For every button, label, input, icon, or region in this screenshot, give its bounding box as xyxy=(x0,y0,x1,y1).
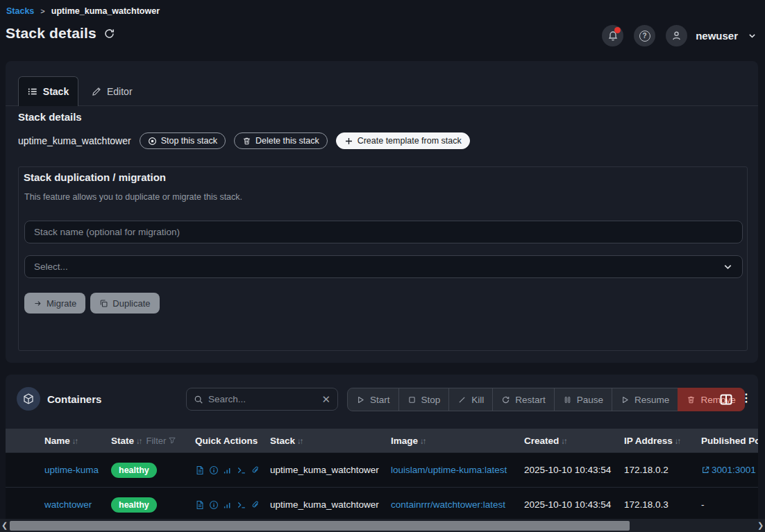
quick-actions xyxy=(195,500,270,510)
header-right: ? newuser xyxy=(591,25,757,46)
ports-cell: 3001:3001 xyxy=(701,465,758,475)
resume-label: Resume xyxy=(634,395,669,405)
stop-stack-button[interactable]: Stop this stack xyxy=(140,132,226,149)
delete-stack-label: Delete this stack xyxy=(255,136,319,146)
scroll-left-icon[interactable]: ❮ xyxy=(0,521,9,530)
username[interactable]: newuser xyxy=(696,30,738,42)
trash-icon xyxy=(687,395,696,404)
scroll-right-icon[interactable]: ❯ xyxy=(756,521,765,530)
delete-stack-button[interactable]: Delete this stack xyxy=(234,132,328,149)
col-created[interactable]: Created↓↑ xyxy=(524,436,624,446)
slash-icon xyxy=(457,395,466,404)
horizontal-scrollbar: ❮ ❯ xyxy=(0,519,765,532)
create-template-button[interactable]: Create template from stack xyxy=(336,132,470,149)
notifications-button[interactable] xyxy=(602,25,623,46)
scrollbar-thumb[interactable] xyxy=(10,521,630,531)
stats-icon[interactable] xyxy=(223,500,233,510)
refresh-icon[interactable] xyxy=(103,28,115,40)
chevron-down-icon[interactable] xyxy=(748,31,757,40)
stats-icon[interactable] xyxy=(223,465,233,475)
duplicate-button[interactable]: Duplicate xyxy=(90,293,159,314)
image-link[interactable]: containrrr/watchtower:latest xyxy=(391,499,505,510)
play-icon xyxy=(621,395,630,404)
kill-label: Kill xyxy=(471,395,484,405)
table-row: watchtower healthy uptime_kuma_watchtowe… xyxy=(6,487,758,522)
col-ip-address[interactable]: IP Address↓↑ xyxy=(624,436,701,446)
user-icon xyxy=(671,30,682,42)
stop-stack-label: Stop this stack xyxy=(161,136,217,146)
kill-button[interactable]: Kill xyxy=(448,388,493,411)
copy-icon xyxy=(99,299,108,308)
stack-details-panel: Stack Editor Stack details uptime_kuma_w… xyxy=(6,61,758,363)
logs-icon[interactable] xyxy=(195,465,205,475)
pause-label: Pause xyxy=(577,395,603,405)
duplication-actions: Migrate Duplicate xyxy=(24,293,160,314)
endpoint-select[interactable]: Select... xyxy=(24,255,743,278)
attach-icon[interactable] xyxy=(251,465,260,475)
table-row: uptime-kuma healthy uptime_kuma_watchtow… xyxy=(6,452,758,487)
plus-icon xyxy=(344,137,353,146)
pause-button[interactable]: Pause xyxy=(554,388,612,411)
stop-circle-icon xyxy=(148,137,157,146)
col-stack[interactable]: Stack↓↑ xyxy=(270,436,391,446)
scrollbar-track[interactable] xyxy=(9,519,756,532)
avatar[interactable] xyxy=(666,25,687,46)
port-link[interactable]: 3001:3001 xyxy=(712,465,756,475)
console-icon[interactable] xyxy=(237,465,246,475)
search-icon xyxy=(194,395,203,404)
table-header: Name↓↑ State↓↑Filter Quick Actions Stack… xyxy=(6,429,758,452)
migrate-label: Migrate xyxy=(47,298,76,309)
console-icon[interactable] xyxy=(237,500,246,510)
play-icon xyxy=(356,395,365,404)
image-link[interactable]: louislam/uptime-kuma:latest xyxy=(391,465,507,475)
clear-search-icon[interactable]: ✕ xyxy=(321,393,330,406)
list-icon xyxy=(28,87,37,96)
page: Stacks > uptime_kuma_watchtower Stack de… xyxy=(0,0,765,532)
col-state[interactable]: State↓↑Filter xyxy=(111,436,195,446)
chevron-down-icon xyxy=(723,261,733,272)
resume-button[interactable]: Resume xyxy=(612,388,678,411)
col-image[interactable]: Image↓↑ xyxy=(391,436,524,446)
inspect-icon[interactable] xyxy=(209,465,219,475)
breadcrumb-current: uptime_kuma_watchtower xyxy=(51,6,160,16)
breadcrumb-stacks-link[interactable]: Stacks xyxy=(6,6,34,16)
kebab-menu-icon[interactable]: ⋮ xyxy=(741,391,752,405)
container-link[interactable]: watchtower xyxy=(44,499,92,510)
stop-label: Stop xyxy=(421,395,441,405)
migrate-button[interactable]: Migrate xyxy=(24,293,85,314)
container-link[interactable]: uptime-kuma xyxy=(44,465,99,475)
ports-cell: - xyxy=(701,499,758,510)
breadcrumb: Stacks > uptime_kuma_watchtower xyxy=(6,6,160,16)
start-label: Start xyxy=(370,395,390,405)
col-published-ports[interactable]: Published Ports xyxy=(701,436,758,446)
tab-editor[interactable]: Editor xyxy=(92,76,133,106)
col-name[interactable]: Name↓↑ xyxy=(44,436,111,446)
page-title: Stack details xyxy=(6,25,96,42)
duplication-box: Stack duplication / migration This featu… xyxy=(18,166,748,351)
stop-button[interactable]: Stop xyxy=(398,388,450,411)
created-cell: 2025-10-10 10:43:54 xyxy=(524,465,624,475)
stack-name-row: uptime_kuma_watchtower Stop this stack D… xyxy=(18,132,470,149)
page-title-row: Stack details xyxy=(6,25,115,42)
columns-icon[interactable] xyxy=(719,393,733,406)
inspect-icon[interactable] xyxy=(209,500,219,510)
state-filter[interactable]: Filter xyxy=(146,436,177,446)
duplication-description: This feature allows you to duplicate or … xyxy=(24,192,242,202)
containers-table: Name↓↑ State↓↑Filter Quick Actions Stack… xyxy=(6,429,758,522)
restart-button[interactable]: Restart xyxy=(492,388,555,411)
restart-icon xyxy=(501,395,510,404)
logs-icon[interactable] xyxy=(195,500,205,510)
stack-name: uptime_kuma_watchtower xyxy=(18,135,131,146)
tab-stack[interactable]: Stack xyxy=(18,76,78,106)
attach-icon[interactable] xyxy=(251,500,260,510)
search-input[interactable] xyxy=(208,394,312,404)
col-quick-actions: Quick Actions xyxy=(195,436,270,446)
sort-icon: ↓↑ xyxy=(675,437,680,445)
help-button[interactable]: ? xyxy=(634,25,655,46)
sort-icon: ↓↑ xyxy=(72,437,78,445)
stack-name-input[interactable] xyxy=(24,221,743,243)
container-actions: Start Stop Kill Restart Pause xyxy=(347,388,745,411)
remove-button[interactable]: Remove xyxy=(678,388,744,411)
start-button[interactable]: Start xyxy=(347,388,399,411)
stack-cell: uptime_kuma_watchtower xyxy=(270,499,391,510)
